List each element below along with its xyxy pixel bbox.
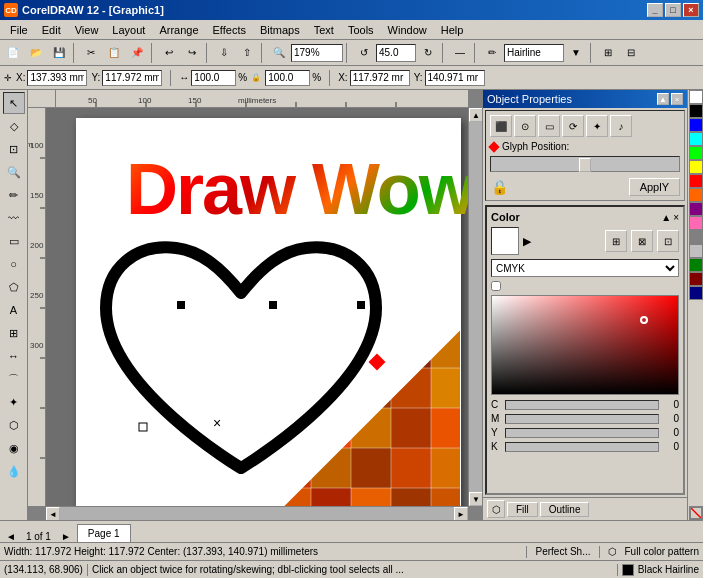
scroll-left-button[interactable]: ◄ (46, 507, 60, 520)
paste-button[interactable]: 📌 (126, 42, 148, 64)
y-input[interactable] (102, 70, 162, 86)
export-button[interactable]: ⇧ (236, 42, 258, 64)
smart-draw-tool[interactable]: 〰 (3, 207, 25, 229)
effects-tool[interactable]: ✦ (3, 391, 25, 413)
color-strip-orange[interactable] (689, 188, 703, 202)
m-slider[interactable] (505, 414, 659, 424)
rotate-right-button[interactable]: ↻ (417, 42, 439, 64)
menu-effects[interactable]: Effects (207, 22, 252, 38)
ellipse-tool[interactable]: ○ (3, 253, 25, 275)
color-strip-green[interactable] (689, 146, 703, 160)
menu-window[interactable]: Window (382, 22, 433, 38)
color-strip-yellow[interactable] (689, 160, 703, 174)
scroll-down-button[interactable]: ▼ (469, 492, 482, 506)
lock-ratio-button[interactable]: 🔒 (249, 71, 263, 85)
color-strip-purple[interactable] (689, 202, 703, 216)
prop-icon-3[interactable]: ▭ (538, 115, 560, 137)
page-tab-1[interactable]: Page 1 (77, 524, 131, 542)
interactive-fill-tool[interactable]: ◉ (3, 437, 25, 459)
prop-icon-2[interactable]: ⊙ (514, 115, 536, 137)
menu-help[interactable]: Help (435, 22, 470, 38)
polygon-tool[interactable]: ⬠ (3, 276, 25, 298)
color-strip-darkgreen[interactable] (689, 258, 703, 272)
minimize-button[interactable]: _ (647, 3, 663, 17)
save-button[interactable]: 💾 (48, 42, 70, 64)
zoom-in-button[interactable]: 🔍 (268, 42, 290, 64)
panel-close-button[interactable]: × (671, 93, 683, 105)
color-options-btn-1[interactable]: ⊞ (605, 230, 627, 252)
fill-button[interactable]: Fill (507, 502, 538, 517)
extra-btn-2[interactable]: ⊟ (620, 42, 642, 64)
connector-tool[interactable]: ⌒ (3, 368, 25, 390)
scrollbar-vertical[interactable]: ▲ ▼ (468, 108, 482, 506)
c-slider[interactable] (505, 400, 659, 410)
prop-icon-1[interactable]: ⬛ (490, 115, 512, 137)
menu-arrange[interactable]: Arrange (153, 22, 204, 38)
color-strip-none[interactable] (689, 506, 703, 520)
fill-tool[interactable]: ⬡ (3, 414, 25, 436)
undo-button[interactable]: ↩ (158, 42, 180, 64)
new-button[interactable]: 📄 (2, 42, 24, 64)
hairline-dropdown[interactable]: ▼ (565, 42, 587, 64)
page-nav-right[interactable]: ► (57, 531, 75, 542)
menu-file[interactable]: File (4, 22, 34, 38)
color-strip-cyan[interactable] (689, 132, 703, 146)
color-close-icon[interactable]: × (673, 212, 679, 223)
freehand-tool[interactable]: ✏ (3, 184, 25, 206)
color-strip-gray[interactable] (689, 230, 703, 244)
text-tool[interactable]: A (3, 299, 25, 321)
maximize-button[interactable]: □ (665, 3, 681, 17)
rotation-input[interactable] (376, 44, 416, 62)
redo-button[interactable]: ↪ (181, 42, 203, 64)
select-tool[interactable]: ↖ (3, 92, 25, 114)
menu-bitmaps[interactable]: Bitmaps (254, 22, 306, 38)
eyedropper-tool[interactable]: 💧 (3, 460, 25, 482)
scroll-right-button[interactable]: ► (454, 507, 468, 520)
line-style-button[interactable]: — (449, 42, 471, 64)
glyph-slider[interactable] (490, 156, 680, 172)
shape-tool[interactable]: ◇ (3, 115, 25, 137)
scroll-up-button[interactable]: ▲ (469, 108, 482, 122)
open-button[interactable]: 📂 (25, 42, 47, 64)
k-slider[interactable] (505, 442, 659, 452)
color-gradient-area[interactable] (491, 295, 679, 395)
color-checkbox[interactable] (491, 281, 501, 291)
dimension-tool[interactable]: ↔ (3, 345, 25, 367)
color-strip-blue[interactable] (689, 118, 703, 132)
color-expand-icon[interactable]: ▲ (661, 212, 671, 223)
prop-icon-6[interactable]: ♪ (610, 115, 632, 137)
menu-text[interactable]: Text (308, 22, 340, 38)
color-strip-red[interactable] (689, 174, 703, 188)
hairline-input[interactable] (504, 44, 564, 62)
color-strip-white[interactable] (689, 90, 703, 104)
color-options-btn-2[interactable]: ⊠ (631, 230, 653, 252)
cut-button[interactable]: ✂ (80, 42, 102, 64)
prop-icon-4[interactable]: ⟳ (562, 115, 584, 137)
color-strip-black[interactable] (689, 104, 703, 118)
y-slider[interactable] (505, 428, 659, 438)
scroll-v-track[interactable] (469, 122, 482, 492)
outline-button[interactable]: Outline (540, 502, 590, 517)
zoom-tool[interactable]: 🔍 (3, 161, 25, 183)
page-nav-left[interactable]: ◄ (2, 531, 20, 542)
fill-tool-icon[interactable]: ⬡ (487, 500, 505, 518)
extra-btn-1[interactable]: ⊞ (597, 42, 619, 64)
scrollbar-horizontal[interactable]: ◄ ► (46, 506, 468, 520)
x-input[interactable] (27, 70, 87, 86)
color-mode-select[interactable]: CMYK (491, 259, 679, 277)
draw-wow-text[interactable]: Draw Wow (126, 148, 468, 230)
menu-tools[interactable]: Tools (342, 22, 380, 38)
prop-icon-5[interactable]: ✦ (586, 115, 608, 137)
scroll-h-track[interactable] (60, 507, 454, 520)
color-expand-arrow[interactable]: ▶ (523, 235, 527, 248)
zoom-input[interactable] (291, 44, 343, 62)
menu-layout[interactable]: Layout (106, 22, 151, 38)
w-input[interactable] (191, 70, 236, 86)
h-input[interactable] (265, 70, 310, 86)
color-strip-navy[interactable] (689, 286, 703, 300)
table-tool[interactable]: ⊞ (3, 322, 25, 344)
x2-input[interactable] (350, 70, 410, 86)
color-strip-pink[interactable] (689, 216, 703, 230)
apply-button[interactable]: ApplY (629, 178, 680, 196)
color-strip-maroon[interactable] (689, 272, 703, 286)
